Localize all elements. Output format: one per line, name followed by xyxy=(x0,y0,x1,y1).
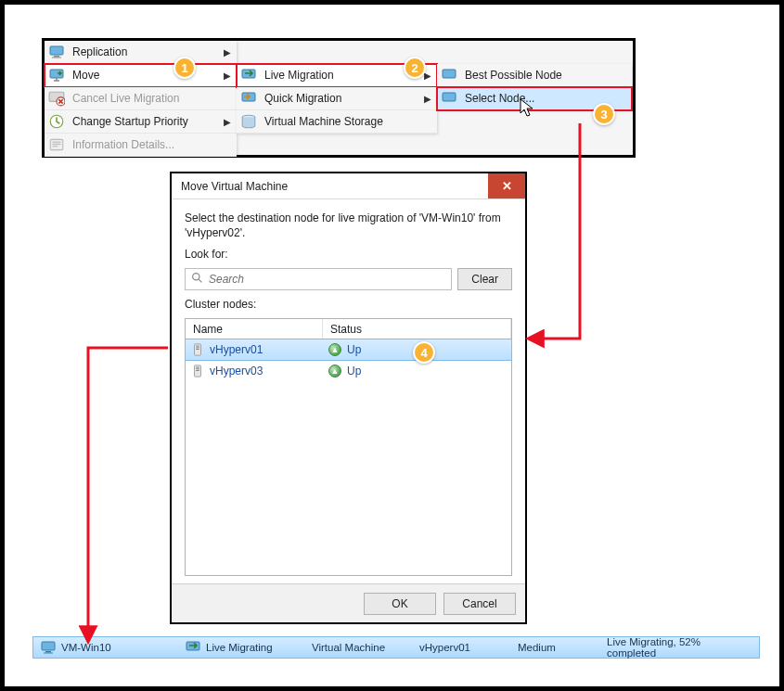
list-header: Name Status xyxy=(186,319,511,339)
svg-rect-25 xyxy=(42,642,55,650)
ok-button[interactable]: OK xyxy=(364,593,436,615)
context-menu-block: Replication ▶ Move ▶ Cancel Live Migrati… xyxy=(42,38,636,158)
svg-point-16 xyxy=(193,274,199,280)
menu-item-information-details: Information Details... xyxy=(45,134,237,157)
menu-label: Move xyxy=(72,69,99,82)
status-up-icon: ▲ xyxy=(328,365,341,377)
vm-icon xyxy=(48,67,65,83)
vm-icon xyxy=(441,90,457,107)
menu-item-virtual-machine-storage[interactable]: Virtual Machine Storage xyxy=(237,110,437,134)
menu-label: Change Startup Priority xyxy=(72,115,188,128)
search-input[interactable]: Search xyxy=(185,268,452,290)
vm-name: VM-Win10 xyxy=(61,642,111,653)
dialog-description: Select the destination node for live mig… xyxy=(185,211,512,240)
svg-rect-15 xyxy=(443,93,456,101)
node-name: vHyperv03 xyxy=(210,365,263,377)
vm-icon xyxy=(240,67,257,83)
svg-rect-14 xyxy=(443,70,456,78)
clear-button[interactable]: Clear xyxy=(457,268,512,290)
storage-icon xyxy=(240,113,257,130)
menu-label: Cancel Live Migration xyxy=(72,92,179,105)
vm-icon xyxy=(240,90,257,107)
vm-status-row[interactable]: VM-Win10 Live Migrating Virtual Machine … xyxy=(32,636,760,659)
dialog-body: Select the destination node for live mig… xyxy=(172,199,525,583)
svg-rect-0 xyxy=(50,46,63,55)
menu-item-quick-migration[interactable]: Quick Migration ▶ xyxy=(237,87,437,110)
menu-label: Select Node... xyxy=(465,92,534,105)
cancel-button[interactable]: Cancel xyxy=(443,593,516,615)
svg-rect-20 xyxy=(196,350,199,351)
annotation-badge-1: 1 xyxy=(174,57,196,79)
menu-item-move[interactable]: Move ▶ xyxy=(45,64,237,87)
vm-info: Live Migrating, 52% completed xyxy=(607,636,752,659)
menu-label: Live Migration xyxy=(264,69,334,82)
vm-type: Virtual Machine xyxy=(312,642,385,653)
status-up-icon: ▲ xyxy=(328,343,341,356)
list-item[interactable]: vHyperv01 ▲ Up xyxy=(185,339,512,361)
annotation-badge-3: 3 xyxy=(593,103,615,125)
priority-icon xyxy=(48,113,65,130)
svg-rect-19 xyxy=(196,348,199,349)
menu-item-change-startup-priority[interactable]: Change Startup Priority ▶ xyxy=(45,110,237,134)
svg-rect-23 xyxy=(196,369,199,370)
svg-rect-8 xyxy=(53,142,61,143)
dialog-close-button[interactable]: ✕ xyxy=(488,173,525,198)
search-row: Search Clear xyxy=(185,268,512,290)
cluster-nodes-list: Name Status vHyperv01 ▲ Up xyxy=(185,318,512,576)
list-item[interactable]: vHyperv03 ▲ Up xyxy=(186,360,511,382)
node-name: vHyperv01 xyxy=(210,343,263,356)
menu-label: Information Details... xyxy=(72,138,174,151)
submenu-arrow-icon: ▶ xyxy=(424,94,431,104)
menu-label: Quick Migration xyxy=(264,92,341,105)
vm-priority: Medium xyxy=(518,642,556,653)
annotation-badge-2: 2 xyxy=(404,57,426,79)
svg-rect-18 xyxy=(196,346,199,347)
vm-icon xyxy=(41,640,56,655)
info-icon xyxy=(48,136,65,153)
svg-rect-22 xyxy=(196,367,199,368)
svg-rect-26 xyxy=(45,651,51,653)
server-icon xyxy=(191,365,204,377)
cancel-icon xyxy=(48,90,65,107)
dialog-title-bar: Move Virtual Machine ✕ xyxy=(172,173,525,199)
submenu-arrow-icon: ▶ xyxy=(224,70,231,81)
vm-icon xyxy=(48,44,65,60)
header-name[interactable]: Name xyxy=(186,319,323,339)
look-for-label: Look for: xyxy=(185,248,512,261)
move-vm-dialog: Move Virtual Machine ✕ Select the destin… xyxy=(170,172,527,624)
search-icon xyxy=(191,272,203,287)
migrating-icon xyxy=(186,640,200,655)
search-placeholder: Search xyxy=(209,273,244,286)
menu-item-best-possible-node[interactable]: Best Possible Node xyxy=(437,64,632,87)
vm-state: Live Migrating xyxy=(206,642,273,653)
cluster-nodes-label: Cluster nodes: xyxy=(185,298,512,311)
submenu-arrow-icon: ▶ xyxy=(224,47,231,58)
close-icon: ✕ xyxy=(502,179,512,193)
server-icon xyxy=(191,343,204,356)
menu-item-cancel-live-migration: Cancel Live Migration xyxy=(45,87,237,110)
svg-rect-9 xyxy=(53,144,61,145)
menu-label: Virtual Machine Storage xyxy=(264,115,383,128)
submenu-arrow-icon: ▶ xyxy=(224,117,231,127)
svg-rect-2 xyxy=(52,58,61,58)
menu-column-1: Replication ▶ Move ▶ Cancel Live Migrati… xyxy=(45,41,237,157)
header-status[interactable]: Status xyxy=(323,319,511,339)
dialog-footer: OK Cancel xyxy=(172,583,525,622)
menu-label: Replication xyxy=(72,45,127,58)
svg-rect-24 xyxy=(196,371,199,372)
vm-owner: vHyperv01 xyxy=(419,642,470,653)
vm-icon xyxy=(441,67,457,83)
node-status: Up xyxy=(347,365,361,377)
dialog-title: Move Virtual Machine xyxy=(181,180,288,193)
svg-rect-27 xyxy=(44,653,53,654)
menu-label: Best Possible Node xyxy=(465,69,562,82)
annotation-badge-4: 4 xyxy=(413,341,435,364)
node-status: Up xyxy=(347,343,361,356)
menu-item-replication[interactable]: Replication ▶ xyxy=(45,41,237,64)
svg-rect-10 xyxy=(53,146,58,147)
svg-rect-1 xyxy=(54,56,59,58)
